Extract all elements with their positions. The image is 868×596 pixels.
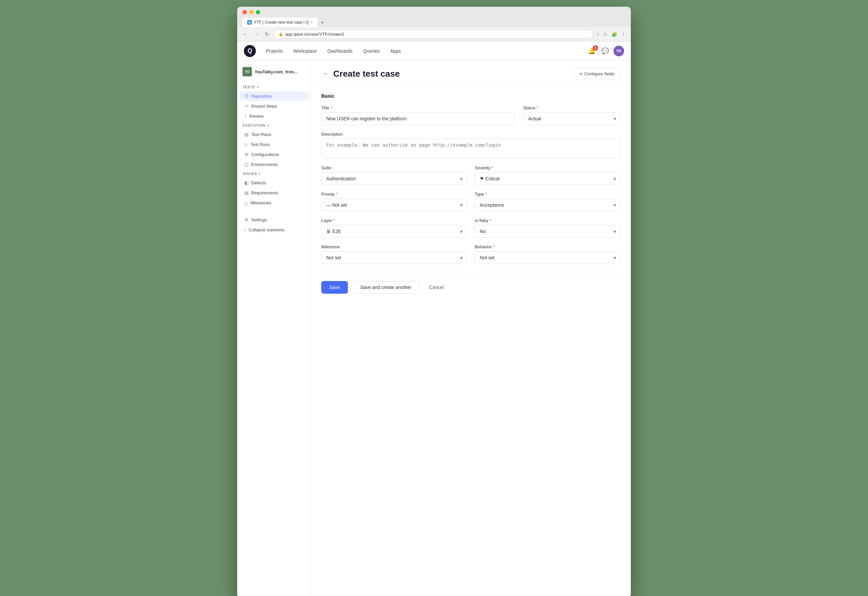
- form-group-severity: Severity * ⚑ Critical: [475, 165, 620, 185]
- section-execution: EXECUTION ∧: [237, 121, 310, 129]
- traffic-light-yellow[interactable]: [249, 10, 254, 14]
- sidebar-item-settings[interactable]: ⚙ Settings: [239, 215, 308, 225]
- sidebar-item-configurations[interactable]: ⚙ Configurations: [239, 150, 308, 159]
- form-group-priority: Priority * — Not set: [321, 192, 467, 211]
- back-nav-btn[interactable]: ←: [241, 30, 250, 38]
- url-text: app.qase.io/case/YTF/create/1: [285, 32, 344, 37]
- sidebar-item-requirements[interactable]: ▤ Requirements: [239, 188, 308, 198]
- priority-required: *: [336, 192, 337, 197]
- milestones-icon: △: [244, 200, 248, 205]
- configure-fields-icon: ≡: [580, 71, 583, 76]
- notifications-btn[interactable]: 🔔 5: [587, 46, 597, 56]
- sidebar-item-milestones[interactable]: △ Milestones: [239, 198, 308, 208]
- browser-tab-active[interactable]: Q YTF | Create new test case | Q ×: [243, 18, 318, 27]
- sidebar-collapse-submenu[interactable]: ‹ Collapse submenu: [239, 225, 308, 235]
- severity-select[interactable]: ⚑ Critical: [475, 172, 620, 185]
- description-textarea[interactable]: [321, 139, 620, 159]
- sidebar-item-repository[interactable]: ☰ Repository: [239, 91, 308, 101]
- menu-icon[interactable]: ⋮: [620, 31, 627, 38]
- status-select-wrapper: Actual: [523, 112, 620, 125]
- type-select[interactable]: Acceptance: [475, 199, 620, 211]
- nav-workspace[interactable]: Workspace: [289, 46, 322, 56]
- title-input[interactable]: [321, 112, 515, 125]
- title-label: Title *: [321, 105, 515, 110]
- user-avatar[interactable]: YA: [614, 46, 624, 56]
- sidebar-item-test-plans[interactable]: ▤ Test Plans: [239, 130, 308, 139]
- issues-chevron: ∧: [258, 172, 261, 176]
- priority-label: Priority *: [321, 192, 467, 197]
- status-select[interactable]: Actual: [523, 112, 620, 125]
- share-icon[interactable]: ↑: [596, 31, 600, 38]
- refresh-btn[interactable]: ↻: [263, 30, 271, 38]
- section-tests: TESTS ∧: [237, 83, 310, 91]
- sidebar-item-defects[interactable]: ◧ Defects: [239, 178, 308, 188]
- behavior-required: *: [493, 244, 495, 249]
- nav-dashboards[interactable]: Dashboards: [322, 46, 357, 56]
- repository-icon: ☰: [244, 94, 248, 99]
- environments-icon: ◫: [244, 162, 248, 167]
- new-tab-btn[interactable]: +: [318, 18, 327, 27]
- form-section-basic: Basic: [321, 93, 620, 99]
- project-icon: YO: [243, 67, 252, 76]
- milestone-label: Milestone: [321, 244, 467, 249]
- requirements-icon: ▤: [244, 190, 248, 195]
- description-label: Description: [321, 132, 620, 137]
- cancel-button[interactable]: Cancel: [424, 281, 449, 294]
- nav-projects[interactable]: Projects: [261, 46, 288, 56]
- configure-fields-btn[interactable]: ≡ Configure fields: [574, 68, 620, 79]
- type-label: Type *: [475, 192, 620, 197]
- lock-icon: 🔒: [278, 32, 283, 36]
- severity-select-wrapper: ⚑ Critical: [475, 172, 620, 185]
- behavior-select[interactable]: Not set: [475, 251, 620, 264]
- save-and-create-another-button[interactable]: Save and create another: [352, 281, 420, 294]
- bookmark-icon[interactable]: ☆: [602, 31, 608, 38]
- form-actions: Save Save and create another Cancel: [321, 274, 620, 294]
- content-header: ← Create test case ≡ Configure fields: [311, 60, 631, 85]
- suite-label: Suite: [321, 165, 467, 170]
- layer-select-wrapper: 🖥 E2E: [321, 225, 467, 238]
- sidebar-item-review[interactable]: ↕ Review: [239, 111, 308, 121]
- chat-btn[interactable]: 💬: [600, 46, 610, 56]
- priority-select[interactable]: — Not set: [321, 199, 467, 211]
- severity-required: *: [492, 165, 493, 170]
- sidebar-item-test-runs[interactable]: ▷ Test Runs: [239, 140, 308, 149]
- review-icon: ↕: [244, 114, 247, 119]
- extensions-icon[interactable]: 🧩: [611, 31, 618, 38]
- title-required: *: [331, 105, 332, 110]
- milestone-select[interactable]: Not set: [321, 251, 467, 264]
- is-flaky-select[interactable]: No: [475, 225, 620, 238]
- nav-queries[interactable]: Queries: [359, 46, 384, 56]
- form-group-suite: Suite Authentication: [321, 165, 467, 185]
- is-flaky-label: Is flaky *: [475, 218, 620, 223]
- sidebar-item-shared-steps[interactable]: ↗ Shared Steps: [239, 101, 308, 111]
- form-row-priority-type: Priority * — Not set Type *: [321, 192, 620, 211]
- layer-select[interactable]: 🖥 E2E: [321, 225, 467, 238]
- form-group-description: Description: [321, 132, 620, 159]
- status-required: *: [537, 105, 538, 110]
- execution-chevron: ∧: [267, 124, 269, 127]
- defects-icon: ◧: [244, 180, 248, 185]
- save-button[interactable]: Save: [321, 281, 348, 294]
- form-group-type: Type * Acceptance: [475, 192, 620, 211]
- tab-close-btn[interactable]: ×: [311, 20, 313, 24]
- form-row-description: Description: [321, 132, 620, 159]
- tab-favicon: Q: [247, 20, 252, 25]
- form-row-layer-flaky: Layer * 🖥 E2E Is flaky *: [321, 218, 620, 238]
- form-group-is-flaky: Is flaky * No: [475, 218, 620, 238]
- traffic-light-green[interactable]: [256, 10, 260, 14]
- nav-apps[interactable]: Apps: [386, 46, 406, 56]
- suite-select[interactable]: Authentication: [321, 172, 467, 185]
- shared-steps-icon: ↗: [244, 104, 248, 109]
- sidebar-project[interactable]: YO YouTalky.com_fron...: [237, 64, 310, 79]
- configurations-icon: ⚙: [244, 152, 248, 157]
- back-button[interactable]: ←: [321, 69, 330, 79]
- collapse-icon: ‹: [244, 227, 246, 232]
- forward-nav-btn[interactable]: →: [252, 30, 260, 38]
- form-group-title: Title *: [321, 105, 515, 125]
- layer-required: *: [333, 218, 335, 223]
- form-row-suite-severity: Suite Authentication Severity * ⚑: [321, 165, 620, 185]
- traffic-light-red[interactable]: [243, 10, 247, 14]
- address-bar[interactable]: 🔒 app.qase.io/case/YTF/create/1: [274, 30, 593, 39]
- form-group-status: Status * Actual: [523, 105, 620, 125]
- sidebar-item-environments[interactable]: ◫ Environments: [239, 160, 308, 169]
